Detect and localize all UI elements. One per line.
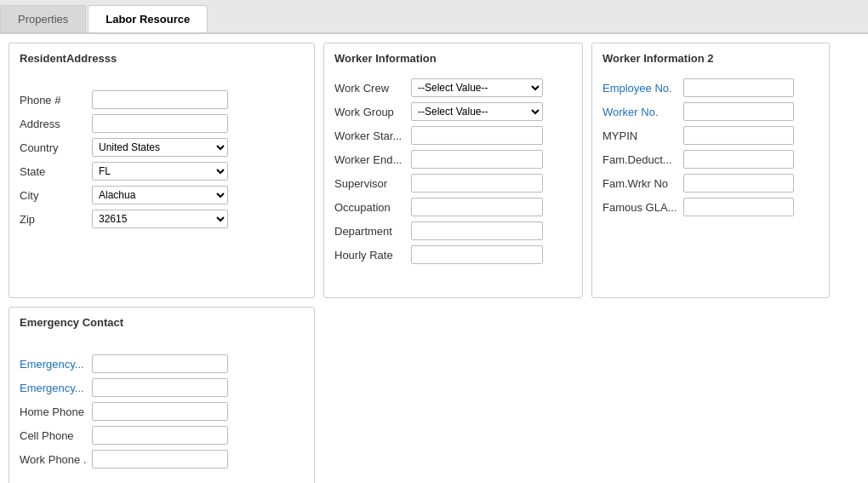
tab-labor-resource[interactable]: Labor Resource bbox=[88, 5, 208, 32]
department-input[interactable] bbox=[411, 221, 543, 240]
fam-deduct-row: Fam.Deduct... bbox=[602, 150, 819, 169]
occupation-row: Occupation bbox=[334, 198, 572, 216]
work-phone-row: Work Phone . bbox=[20, 450, 304, 469]
worker-start-input[interactable] bbox=[411, 126, 543, 145]
state-label: State bbox=[20, 165, 92, 178]
address-input[interactable] bbox=[92, 114, 228, 133]
worker-info-panel: Worker Information Work Crew --Select Va… bbox=[323, 43, 583, 298]
work-crew-row: Work Crew --Select Value-- bbox=[334, 78, 572, 97]
phone-label: Phone # bbox=[20, 94, 92, 106]
emergency1-input[interactable] bbox=[92, 354, 228, 373]
fam-deduct-label: Fam.Deduct... bbox=[602, 153, 683, 166]
employee-no-row: Employee No. bbox=[602, 78, 819, 97]
fam-wrkr-no-label: Fam.Wrkr No bbox=[602, 177, 683, 190]
zip-row: Zip 32615 bbox=[20, 210, 304, 228]
work-group-row: Work Group --Select Value-- bbox=[334, 102, 572, 121]
emergency2-input[interactable] bbox=[92, 378, 228, 397]
supervisor-input[interactable] bbox=[411, 174, 543, 193]
country-row: Country United States bbox=[20, 138, 304, 157]
worker-info2-title: Worker Information 2 bbox=[602, 52, 819, 68]
occupation-input[interactable] bbox=[411, 198, 543, 216]
country-label: Country bbox=[20, 141, 92, 154]
resident-address-panel: ResidentAddresss Phone # Address Country… bbox=[9, 43, 315, 298]
department-row: Department bbox=[334, 221, 572, 240]
city-row: City Alachua bbox=[20, 186, 304, 204]
mypin-input[interactable] bbox=[683, 126, 794, 145]
famous-gla-label: Famous GLA... bbox=[602, 201, 683, 214]
content-row2: Emergency Contact Emergency... Emergency… bbox=[0, 307, 868, 483]
emergency2-label: Emergency... bbox=[20, 382, 92, 394]
address-row: Address bbox=[20, 114, 304, 133]
mypin-label: MYPIN bbox=[602, 129, 683, 142]
home-phone-input[interactable] bbox=[92, 402, 228, 421]
worker-no-label: Worker No. bbox=[602, 106, 683, 118]
hourly-rate-input[interactable] bbox=[411, 245, 543, 264]
fam-wrkr-no-row: Fam.Wrkr No bbox=[602, 174, 819, 193]
zip-select[interactable]: 32615 bbox=[92, 210, 228, 228]
emergency1-row: Emergency... bbox=[20, 354, 304, 373]
phone-input[interactable] bbox=[92, 90, 228, 109]
supervisor-label: Supervisor bbox=[334, 177, 411, 190]
hourly-rate-label: Hourly Rate bbox=[334, 249, 411, 262]
hourly-rate-row: Hourly Rate bbox=[334, 245, 572, 264]
state-row: State FL bbox=[20, 162, 304, 181]
work-group-select[interactable]: --Select Value-- bbox=[411, 102, 543, 121]
worker-no-row: Worker No. bbox=[602, 102, 819, 121]
phone-row: Phone # bbox=[20, 90, 304, 109]
home-phone-label: Home Phone bbox=[20, 405, 92, 418]
emergency-contact-panel: Emergency Contact Emergency... Emergency… bbox=[9, 307, 315, 483]
work-phone-label: Work Phone . bbox=[20, 453, 92, 466]
state-select[interactable]: FL bbox=[92, 162, 228, 181]
worker-info-title: Worker Information bbox=[334, 52, 572, 68]
home-phone-row: Home Phone bbox=[20, 402, 304, 421]
employee-no-input[interactable] bbox=[683, 78, 794, 97]
address-label: Address bbox=[20, 118, 92, 130]
department-label: Department bbox=[334, 225, 411, 238]
occupation-label: Occupation bbox=[334, 201, 411, 214]
worker-start-row: Worker Star... bbox=[334, 126, 572, 145]
mypin-row: MYPIN bbox=[602, 126, 819, 145]
tab-bar: Properties Labor Resource bbox=[0, 0, 868, 34]
cell-phone-row: Cell Phone bbox=[20, 426, 304, 445]
emergency2-row: Emergency... bbox=[20, 378, 304, 397]
emergency1-label: Emergency... bbox=[20, 358, 92, 371]
worker-end-input[interactable] bbox=[411, 150, 543, 169]
worker-end-label: Worker End... bbox=[334, 153, 411, 166]
main-content: ResidentAddresss Phone # Address Country… bbox=[0, 34, 868, 307]
fam-deduct-input[interactable] bbox=[683, 150, 794, 169]
work-phone-input[interactable] bbox=[92, 450, 228, 469]
fam-wrkr-no-input[interactable] bbox=[683, 174, 794, 193]
work-crew-label: Work Crew bbox=[334, 82, 411, 95]
cell-phone-input[interactable] bbox=[92, 426, 228, 445]
emergency-contact-title: Emergency Contact bbox=[20, 316, 304, 332]
worker-info2-panel: Worker Information 2 Employee No. Worker… bbox=[591, 43, 830, 298]
cell-phone-label: Cell Phone bbox=[20, 429, 92, 442]
resident-address-title: ResidentAddresss bbox=[20, 52, 304, 68]
employee-no-label: Employee No. bbox=[602, 82, 683, 95]
work-crew-select[interactable]: --Select Value-- bbox=[411, 78, 543, 97]
famous-gla-input[interactable] bbox=[683, 198, 794, 216]
country-select[interactable]: United States bbox=[92, 138, 228, 157]
city-label: City bbox=[20, 189, 92, 202]
tab-properties[interactable]: Properties bbox=[0, 5, 86, 32]
worker-end-row: Worker End... bbox=[334, 150, 572, 169]
city-select[interactable]: Alachua bbox=[92, 186, 228, 204]
zip-label: Zip bbox=[20, 213, 92, 226]
worker-start-label: Worker Star... bbox=[334, 129, 411, 142]
worker-no-input[interactable] bbox=[683, 102, 794, 121]
work-group-label: Work Group bbox=[334, 106, 411, 118]
famous-gla-row: Famous GLA... bbox=[602, 198, 819, 216]
supervisor-row: Supervisor bbox=[334, 174, 572, 193]
